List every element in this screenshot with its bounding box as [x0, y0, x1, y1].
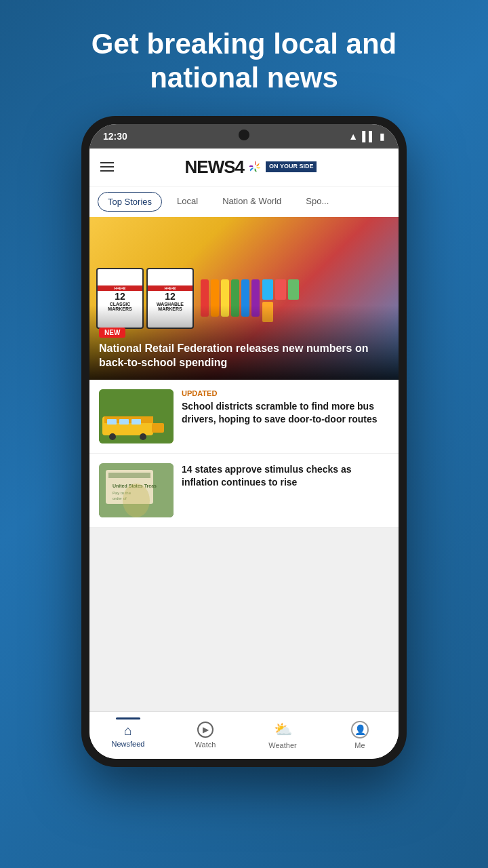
nav-weather[interactable]: ⛅ Weather	[244, 712, 321, 759]
new-badge: NEW	[99, 328, 125, 338]
nav-me[interactable]: 👤 Me	[321, 712, 399, 759]
peacock-icon	[245, 157, 264, 176]
tab-sports[interactable]: Spo...	[296, 192, 338, 212]
phone-wrapper: 12:30 ▲ ▌▌ ▮ NEWS4	[81, 116, 407, 767]
news-content-2: 14 states approve stimulus checks as inf…	[182, 463, 389, 517]
news-item-2[interactable]: United States Treas Pay to the order of …	[89, 454, 399, 528]
watch-icon: ▶	[197, 722, 214, 738]
updated-badge-1: UPDATED	[182, 389, 389, 397]
phone-screen: 12:30 ▲ ▌▌ ▮ NEWS4	[89, 124, 399, 759]
news-title-1: School districts scramble to find more b…	[182, 400, 389, 426]
status-time: 12:30	[103, 131, 127, 142]
camera-notch	[239, 130, 249, 140]
me-label: Me	[354, 741, 365, 749]
hero-overlay: NEW National Retail Federation releases …	[89, 305, 399, 380]
tab-local[interactable]: Local	[167, 192, 207, 212]
news-content-1: UPDATED School districts scramble to fin…	[182, 389, 389, 443]
hero-title: National Retail Federation releases new …	[99, 342, 389, 370]
tabs-bar: Top Stories Local Nation & World Spo...	[89, 186, 399, 217]
hamburger-menu[interactable]	[100, 162, 114, 172]
newsfeed-icon: ⌂	[124, 723, 132, 738]
signal-icon: ▌▌	[362, 131, 375, 142]
weather-icon: ⛅	[274, 721, 292, 738]
tab-top-stories[interactable]: Top Stories	[98, 192, 162, 212]
app-header: NEWS4 ON YOUR SIDE	[89, 149, 399, 186]
battery-icon: ▮	[380, 131, 385, 142]
logo-side-text: ON YOUR SIDE	[266, 161, 317, 172]
svg-rect-13	[108, 473, 150, 478]
nav-newsfeed[interactable]: ⌂ Newsfeed	[89, 712, 167, 759]
svg-point-17	[123, 484, 150, 517]
tab-nation-world[interactable]: Nation & World	[213, 192, 291, 212]
svg-point-1	[253, 165, 257, 169]
svg-rect-7	[131, 419, 141, 425]
svg-rect-6	[119, 419, 129, 425]
feed-content: H•E•B 12 CLASSICMARKERS H•E•B 12 WASHABL…	[89, 217, 399, 711]
logo-area: NEWS4 ON YOUR SIDE	[114, 157, 388, 178]
svg-point-8	[109, 433, 116, 440]
bottom-nav: ⌂ Newsfeed ▶ Watch ⛅ Weather 👤 Me	[89, 711, 399, 759]
weather-label: Weather	[268, 741, 296, 749]
watch-label: Watch	[195, 741, 216, 749]
logo-news4-text: NEWS4	[185, 157, 244, 178]
news-item-1[interactable]: UPDATED School districts scramble to fin…	[89, 380, 399, 454]
thumb-check-image: United States Treas Pay to the order of	[99, 463, 174, 517]
me-icon: 👤	[351, 721, 369, 738]
app-logo: NEWS4 ON YOUR SIDE	[185, 157, 317, 178]
news-list: UPDATED School districts scramble to fin…	[89, 380, 399, 528]
svg-point-9	[140, 433, 146, 440]
news-thumb-1	[99, 389, 174, 443]
wifi-icon: ▲	[348, 131, 358, 142]
hero-card[interactable]: H•E•B 12 CLASSICMARKERS H•E•B 12 WASHABL…	[89, 217, 399, 380]
svg-rect-5	[107, 419, 117, 425]
news-thumb-2: United States Treas Pay to the order of	[99, 463, 174, 517]
nav-watch[interactable]: ▶ Watch	[167, 712, 244, 759]
svg-rect-10	[152, 423, 164, 433]
thumb-bus-image	[99, 389, 174, 443]
status-icons: ▲ ▌▌ ▮	[348, 131, 385, 142]
header-text: Get breaking local and national news	[0, 0, 488, 116]
newsfeed-label: Newsfeed	[112, 740, 145, 748]
news-title-2: 14 states approve stimulus checks as inf…	[182, 463, 389, 489]
nav-item-inner-newsfeed: ⌂ Newsfeed	[115, 723, 142, 748]
